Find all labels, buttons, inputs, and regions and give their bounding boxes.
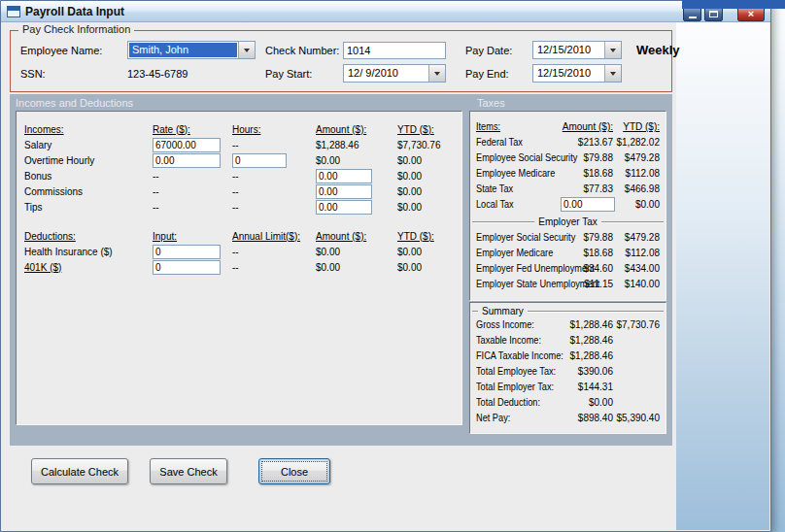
employer-state-unemployment-row: Employer State Unemployment $11.15 $140.… bbox=[470, 277, 666, 292]
tips-label: Tips bbox=[24, 202, 153, 213]
incomes-col-header: Incomes: bbox=[24, 124, 153, 135]
pay-start-picker[interactable]: 12/ 9/2010 bbox=[343, 64, 446, 83]
employee-name-label: Employee Name: bbox=[20, 45, 102, 56]
federal-tax-row: Federal Tax $213.67 $1,282.02 bbox=[470, 135, 666, 150]
bonus-row: Bonus -- -- $0.00 bbox=[17, 168, 461, 183]
employee-medicare-label: Employee Medicare bbox=[476, 166, 555, 182]
deductions-col-header: Deductions: bbox=[24, 231, 153, 242]
employee-name-combobox[interactable]: Smith, John bbox=[127, 41, 256, 59]
employee-ss-row: Employee Social Security $79.88 $479.28 bbox=[470, 150, 666, 166]
pay-end-picker[interactable]: 12/15/2010 bbox=[532, 64, 622, 83]
employer-fed-unemployment-amount: $34.60 bbox=[583, 261, 613, 277]
pay-end-dropdown-button[interactable] bbox=[604, 65, 621, 82]
overtime-hours-input[interactable] bbox=[232, 153, 287, 168]
local-tax-input[interactable] bbox=[561, 197, 615, 212]
pay-date-value: 12/15/2010 bbox=[533, 42, 604, 58]
overtime-label: Overtime Hourly bbox=[24, 155, 153, 166]
total-employee-tax-label: Total Employee Tax: bbox=[476, 364, 556, 380]
salary-label: Salary bbox=[24, 140, 153, 150]
employee-name-dropdown-button[interactable] bbox=[238, 42, 255, 58]
salary-amount: $1,288.46 bbox=[316, 140, 397, 150]
pay-date-dropdown-button[interactable] bbox=[604, 42, 621, 58]
ded-amount-col-header: Amount ($): bbox=[316, 231, 397, 242]
pay-date-picker[interactable]: 12/15/2010 bbox=[532, 41, 622, 59]
state-tax-ytd: $466.98 bbox=[625, 182, 660, 197]
deductions-header-row: Deductions: Input: Annual Limit($): Amou… bbox=[17, 228, 461, 244]
gross-income-amount: $1,288.46 bbox=[570, 317, 614, 333]
summary-title-row: Summary bbox=[470, 305, 666, 317]
k401-ytd: $0.00 bbox=[397, 262, 461, 273]
rate-col-header: Rate ($): bbox=[153, 124, 232, 135]
health-insurance-limit: -- bbox=[232, 247, 316, 257]
hours-col-header: Hours: bbox=[232, 124, 316, 135]
pay-date-label: Pay Date: bbox=[465, 45, 512, 56]
federal-tax-ytd: $1,282.02 bbox=[617, 135, 661, 150]
total-deduction-label: Total Deduction: bbox=[476, 395, 540, 411]
local-tax-row: Local Tax $0.00 bbox=[470, 197, 666, 213]
commissions-row: Commissions -- -- $0.00 bbox=[17, 183, 461, 199]
salary-row: Salary -- $1,288.46 $7,730.76 bbox=[17, 137, 461, 152]
ytd-col-header: YTD ($): bbox=[397, 124, 461, 135]
k401-limit: -- bbox=[232, 262, 316, 273]
health-insurance-amount: $0.00 bbox=[316, 247, 397, 257]
employer-tax-header: Employer Tax bbox=[538, 216, 597, 227]
k401-row: 401K ($) -- $0.00 $0.00 bbox=[17, 259, 461, 275]
commissions-ytd: $0.00 bbox=[397, 186, 461, 197]
title-bar[interactable]: Payroll Data Input × bbox=[1, 1, 770, 22]
ssn-value: 123-45-6789 bbox=[127, 68, 188, 80]
app-icon bbox=[7, 6, 20, 17]
taxes-panel: Items: Amount ($): YTD ($): Federal Tax … bbox=[469, 111, 666, 301]
health-insurance-input[interactable] bbox=[153, 245, 221, 259]
annual-limit-col-header: Annual Limit($): bbox=[232, 231, 316, 242]
input-col-header: Input: bbox=[153, 231, 232, 242]
bonus-ytd: $0.00 bbox=[397, 171, 461, 182]
chevron-down-icon bbox=[244, 49, 250, 52]
payroll-window: Payroll Data Input × Pay Check Informati… bbox=[0, 0, 771, 532]
local-tax-ytd: $0.00 bbox=[635, 197, 660, 213]
total-employer-tax-row: Total Employer Tax: $144.31 bbox=[470, 380, 666, 395]
check-number-label: Check Number: bbox=[265, 45, 339, 56]
close-button[interactable]: Close bbox=[258, 458, 330, 484]
ssn-label: SSN: bbox=[20, 68, 46, 80]
employer-ss-amount: $79.88 bbox=[583, 230, 613, 246]
paycheck-info-legend: Pay Check Information bbox=[18, 23, 134, 35]
federal-tax-amount: $213.67 bbox=[578, 135, 613, 150]
employee-medicare-ytd: $112.08 bbox=[626, 166, 660, 182]
maximize-icon bbox=[709, 11, 718, 17]
employer-state-unemployment-ytd: $140.00 bbox=[625, 277, 660, 292]
pay-frequency-label: Weekly bbox=[636, 43, 680, 57]
state-tax-label: State Tax bbox=[476, 182, 513, 197]
save-check-button[interactable]: Save Check bbox=[150, 458, 227, 484]
federal-tax-label: Federal Tax bbox=[476, 135, 523, 150]
employer-ss-label: Employer Social Security bbox=[476, 230, 575, 246]
total-employee-tax-row: Total Employee Tax: $390.06 bbox=[470, 364, 666, 380]
taxes-header-row: Items: Amount ($): YTD ($): bbox=[470, 119, 666, 135]
employee-ss-amount: $79.88 bbox=[583, 150, 613, 166]
calculate-check-button[interactable]: Calculate Check bbox=[31, 458, 128, 484]
local-tax-label: Local Tax bbox=[476, 197, 514, 213]
k401-input[interactable] bbox=[153, 260, 221, 275]
ded-ytd-col-header: YTD ($): bbox=[397, 231, 461, 242]
employee-medicare-row: Employee Medicare $18.68 $112.08 bbox=[470, 166, 666, 182]
employer-medicare-ytd: $112.08 bbox=[626, 246, 660, 261]
pay-end-label: Pay End: bbox=[465, 68, 509, 80]
net-pay-amount: $898.40 bbox=[578, 411, 613, 426]
commissions-rate: -- bbox=[153, 186, 232, 197]
incomes-section-title: Incomes and Deductions bbox=[16, 97, 133, 109]
tips-ytd: $0.00 bbox=[397, 202, 461, 213]
pay-start-dropdown-button[interactable] bbox=[428, 65, 445, 82]
pay-end-value: 12/15/2010 bbox=[533, 65, 604, 82]
tips-amount-input[interactable] bbox=[316, 200, 372, 215]
chevron-down-icon bbox=[610, 49, 616, 52]
salary-rate-input[interactable] bbox=[153, 138, 221, 152]
employee-medicare-amount: $18.68 bbox=[583, 166, 613, 182]
overtime-rate-input[interactable] bbox=[153, 153, 221, 168]
commissions-amount-input[interactable] bbox=[316, 184, 372, 199]
check-number-input[interactable] bbox=[343, 42, 446, 59]
k401-link[interactable]: 401K ($) bbox=[24, 262, 153, 273]
total-deduction-row: Total Deduction: $0.00 bbox=[470, 395, 666, 411]
tips-hours: -- bbox=[232, 202, 316, 213]
net-pay-label: Net Pay: bbox=[476, 411, 510, 426]
bonus-amount-input[interactable] bbox=[316, 169, 372, 183]
fica-taxable-income-amount: $1,288.46 bbox=[570, 349, 614, 364]
